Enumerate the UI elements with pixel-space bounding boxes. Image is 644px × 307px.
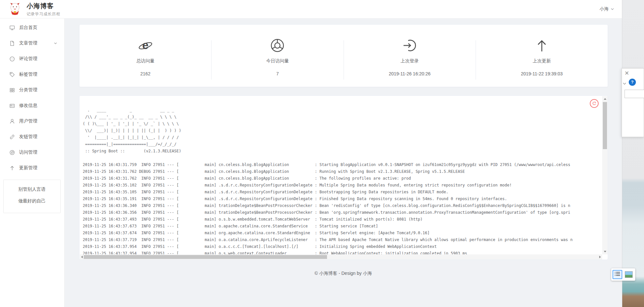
monitor-icon [9, 25, 15, 31]
sidebar-item-label: 文章管理 [19, 40, 37, 46]
brand-text: 小海博客 记录学习成长历程 [27, 2, 60, 17]
user-dropdown[interactable]: 小海 [600, 6, 622, 12]
sidebar-item-label: 分类管理 [19, 87, 37, 93]
stat-value: 2019-11-22 19:39:03 [476, 71, 608, 76]
grid-icon [9, 87, 15, 93]
sidebar-item-comments[interactable]: 评论管理 [0, 51, 64, 67]
compass-icon [9, 150, 15, 155]
footer: © 小海博客 - Design by 小海 [65, 271, 622, 276]
stat-card-today-visits: 今日访问量 7 [212, 25, 343, 87]
console-log: . ____ _ __ _ _ /\\ / ___'_ __ _ _(_)_ _… [79, 96, 602, 254]
scroll-left-arrow-icon[interactable] [81, 256, 83, 258]
vertical-scrollbar[interactable] [602, 96, 608, 254]
sidebar-menu: 后台首页 文章管理 评论管理 标签管理 [0, 19, 64, 176]
id-card-icon [9, 103, 15, 109]
sidebar-item-dashboard[interactable]: 后台首页 [0, 20, 64, 35]
stat-label: 今日访问量 [212, 58, 343, 64]
sidebar-item-label: 修改信息 [19, 103, 37, 109]
sidebar-item-users[interactable]: 用户管理 [0, 113, 64, 129]
log-console-panel: . ____ _ __ _ _ /\\ / ___'_ __ _ _(_)_ _… [79, 96, 608, 260]
scroll-down-arrow-icon[interactable] [604, 251, 606, 252]
tag-icon [9, 72, 15, 77]
desktop-wallpaper [622, 0, 644, 307]
sidebar-item-visits[interactable]: 访问管理 [0, 145, 64, 160]
sidebar-item-label: 后台首页 [19, 25, 37, 31]
refresh-icon [592, 101, 597, 106]
scroll-up-arrow-icon[interactable] [604, 98, 606, 100]
image-option-icon[interactable] [625, 271, 633, 278]
chrome-browser-icon [212, 38, 343, 53]
stat-value: 2019-11-26 16:20:26 [344, 71, 476, 76]
site-logo [8, 2, 21, 16]
arrow-up-icon [476, 38, 608, 53]
brand: 小海博客 记录学习成长历程 [0, 2, 60, 17]
chevron-down-icon[interactable] [623, 81, 626, 87]
comment-icon [9, 56, 15, 62]
sidebar-item-label: 标签管理 [19, 71, 37, 77]
horizontal-scrollbar[interactable] [80, 254, 602, 260]
stat-value: 7 [212, 71, 343, 76]
stat-label: 总访问量 [79, 58, 211, 64]
motto-box: 别管别人言语 做最好的自己 [3, 180, 61, 213]
sidebar-item-profile[interactable]: 修改信息 [0, 98, 64, 113]
user-name: 小海 [600, 6, 609, 12]
sidebar: 后台首页 文章管理 评论管理 标签管理 [0, 19, 65, 307]
sidebar-item-categories[interactable]: 分类管理 [0, 82, 64, 98]
stat-label: 上次更新 [476, 58, 608, 64]
screen: 小海博客 记录学习成长历程 小海 后台首页 文章管理 [0, 0, 644, 307]
stat-value: 2162 [79, 71, 211, 76]
link-icon [9, 134, 15, 140]
stat-card-last-login: 上次登录 2019-11-26 16:20:26 [344, 25, 476, 87]
sidebar-item-tags[interactable]: 标签管理 [0, 67, 64, 82]
admin-page: 小海博客 记录学习成长历程 小海 后台首页 文章管理 [0, 0, 622, 307]
sidebar-item-label: 访问管理 [19, 149, 37, 155]
sidebar-item-label: 友链管理 [19, 134, 37, 140]
scroll-right-arrow-icon[interactable] [599, 256, 601, 258]
stat-card-last-update: 上次更新 2019-11-22 19:39:03 [476, 25, 608, 87]
sidebar-item-label: 用户管理 [19, 118, 37, 124]
svg-text:e: e [142, 39, 149, 51]
sidebar-item-label: 更新管理 [19, 165, 37, 171]
site-subtitle: 记录学习成长历程 [27, 11, 60, 17]
stat-card-total-visits: e 总访问量 2162 [79, 25, 211, 87]
extension-popup: ✕ ? [622, 68, 644, 137]
login-icon [344, 38, 476, 53]
sidebar-item-articles[interactable]: 文章管理 [0, 35, 64, 51]
horizontal-scroll-thumb[interactable] [84, 255, 327, 259]
ie-browser-icon: e [79, 38, 211, 53]
help-icon[interactable]: ? [629, 79, 636, 86]
list-option-icon[interactable] [613, 270, 622, 279]
header: 小海博客 记录学习成长历程 小海 [0, 0, 622, 19]
chevron-down-icon [54, 41, 57, 46]
arrow-up-icon [9, 165, 15, 171]
sidebar-item-label: 评论管理 [19, 56, 37, 62]
user-icon [9, 119, 15, 124]
screenshot-toolbar-popup [611, 268, 635, 281]
document-icon [9, 41, 15, 46]
refresh-button[interactable] [590, 99, 599, 108]
stats-panel: e 总访问量 2162 今日访问量 [79, 24, 608, 87]
sidebar-item-links[interactable]: 友链管理 [0, 129, 64, 145]
motto-line: 做最好的自己 [5, 198, 59, 204]
main-content: e 总访问量 2162 今日访问量 [65, 19, 622, 307]
close-icon[interactable]: ✕ [625, 70, 629, 77]
copyright-text: © 小海博客 - Design by 小海 [315, 271, 372, 276]
extension-input[interactable] [625, 90, 644, 98]
motto-line: 别管别人言语 [5, 186, 59, 192]
stat-label: 上次登录 [344, 58, 476, 64]
chevron-down-icon [611, 6, 614, 12]
sidebar-item-updates[interactable]: 更新管理 [0, 160, 64, 176]
vertical-scroll-thumb[interactable] [603, 102, 607, 149]
site-title: 小海博客 [27, 2, 60, 10]
